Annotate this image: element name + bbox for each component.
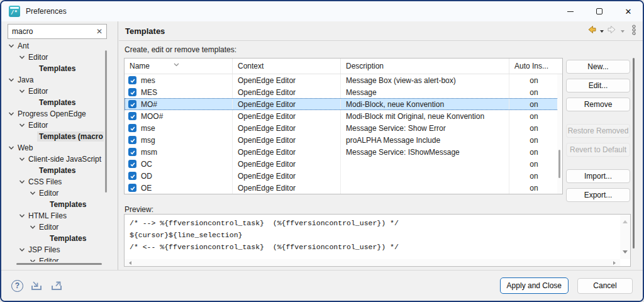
- back-arrow-icon[interactable]: [586, 25, 597, 37]
- clear-search-icon[interactable]: ✕: [96, 27, 103, 36]
- chevron-down-icon[interactable]: [17, 122, 26, 128]
- close-button[interactable]: ✕: [614, 1, 643, 21]
- filter-searchbox[interactable]: ✕: [8, 24, 107, 39]
- chevron-down-icon[interactable]: [17, 213, 26, 219]
- tree-item[interactable]: Java: [1, 74, 104, 86]
- tree-item[interactable]: JSP Files: [1, 244, 104, 255]
- template-name: msm: [141, 148, 157, 157]
- tree-item[interactable]: Web: [1, 142, 104, 154]
- tree-item[interactable]: Editor: [1, 86, 104, 97]
- tree-item[interactable]: Templates: [1, 97, 104, 108]
- tree-vertical-scrollbar[interactable]: [105, 50, 107, 193]
- tree-item[interactable]: Progress OpenEdge: [1, 108, 104, 120]
- chevron-down-icon[interactable]: [6, 77, 16, 83]
- table-row[interactable]: mse OpenEdge Editor Message Service: Sho…: [125, 122, 562, 134]
- view-menu-icon[interactable]: [631, 25, 636, 38]
- table-row[interactable]: mes OpenEdge Editor Message Box (view-as…: [125, 74, 562, 86]
- chevron-down-icon[interactable]: [6, 43, 16, 49]
- chevron-down-icon[interactable]: [28, 258, 37, 262]
- table-row[interactable]: MOO# OpenEdge Editor Modi-Block mit Orig…: [125, 110, 562, 122]
- chevron-down-icon[interactable]: [17, 156, 26, 162]
- table-vertical-scrollbar[interactable]: [557, 74, 562, 194]
- forward-history-dropdown-icon[interactable]: [621, 30, 625, 35]
- tree-item-label: Ant: [16, 41, 31, 51]
- maximize-button[interactable]: [585, 1, 614, 21]
- action-button[interactable]: Export...: [566, 188, 630, 202]
- column-header-name[interactable]: Name: [125, 59, 233, 74]
- template-enabled-checkbox[interactable]: [128, 112, 136, 120]
- tree-item[interactable]: Ant: [1, 40, 104, 52]
- action-button[interactable]: New...: [566, 60, 630, 74]
- column-header-auto-insert[interactable]: Auto Ins...: [509, 59, 548, 74]
- table-row[interactable]: MO# OpenEdge Editor Modi-Block, neue Kon…: [125, 98, 562, 110]
- template-name: OC: [141, 160, 152, 169]
- tree-item[interactable]: Templates (macro: [1, 131, 104, 142]
- preview-horizontal-scrollbar[interactable]: [125, 259, 620, 266]
- table-row[interactable]: msm OpenEdge Editor Message Service: ISh…: [125, 146, 562, 158]
- chevron-down-icon[interactable]: [6, 111, 16, 117]
- preview-vertical-scrollbar[interactable]: [620, 215, 630, 259]
- scroll-up-icon[interactable]: [623, 218, 628, 223]
- import-preferences-icon[interactable]: [30, 280, 43, 291]
- template-enabled-checkbox[interactable]: [128, 148, 136, 156]
- minimize-button[interactable]: [556, 1, 585, 21]
- tree-item[interactable]: Templates: [1, 63, 104, 74]
- template-name: mse: [141, 124, 155, 133]
- column-header-description[interactable]: Description: [341, 59, 509, 74]
- template-enabled-checkbox[interactable]: [128, 136, 136, 144]
- template-enabled-checkbox[interactable]: [128, 124, 136, 132]
- scroll-right-icon[interactable]: [613, 261, 618, 265]
- column-header-context[interactable]: Context: [233, 59, 341, 74]
- scroll-down-icon[interactable]: [623, 250, 628, 256]
- help-icon[interactable]: ?: [11, 280, 23, 292]
- chevron-down-icon[interactable]: [17, 179, 26, 185]
- scroll-left-icon[interactable]: [127, 261, 131, 265]
- template-enabled-checkbox[interactable]: [128, 184, 136, 192]
- template-enabled-checkbox[interactable]: [128, 160, 136, 168]
- tree-item[interactable]: Editor: [1, 52, 104, 63]
- window-title: Preferences: [26, 7, 67, 16]
- chevron-down-icon[interactable]: [28, 224, 37, 230]
- apply-and-close-button[interactable]: Apply and Close: [500, 277, 569, 294]
- action-button[interactable]: Import...: [566, 169, 630, 183]
- tree-item[interactable]: Editor: [1, 221, 104, 233]
- tree-item[interactable]: Editor: [1, 187, 104, 199]
- forward-arrow-icon[interactable]: [607, 25, 618, 37]
- table-row[interactable]: OC OpenEdge Editor on: [125, 158, 562, 170]
- tree-horizontal-scrollbar[interactable]: [16, 263, 102, 265]
- back-history-dropdown-icon[interactable]: [600, 30, 604, 35]
- table-row[interactable]: OE OpenEdge Editor on: [125, 182, 562, 194]
- tree-item[interactable]: Templates: [1, 199, 104, 210]
- page-vertical-scrollbar[interactable]: [633, 58, 635, 249]
- tree-item[interactable]: Editor: [1, 255, 104, 262]
- preview-text[interactable]: /* --> %{ffversioncontrol_task} (%{ffver…: [125, 215, 620, 259]
- action-button[interactable]: Restore Removed: [566, 124, 630, 138]
- chevron-down-icon[interactable]: [6, 145, 16, 151]
- table-row[interactable]: OD OpenEdge Editor on: [125, 170, 562, 182]
- tree-item[interactable]: Templates: [1, 165, 104, 176]
- tree-item[interactable]: HTML Files: [1, 210, 104, 221]
- table-row[interactable]: MES OpenEdge Editor Message on: [125, 86, 562, 98]
- template-enabled-checkbox[interactable]: [128, 100, 136, 108]
- chevron-down-icon[interactable]: [17, 54, 26, 60]
- tree-item[interactable]: Editor: [1, 120, 104, 131]
- tree-item[interactable]: CSS Files: [1, 176, 104, 187]
- chevron-down-icon[interactable]: [17, 247, 26, 253]
- action-button[interactable]: Revert to Default: [566, 143, 630, 157]
- template-auto-insert: on: [509, 134, 558, 146]
- export-preferences-icon[interactable]: [50, 280, 64, 291]
- template-enabled-checkbox[interactable]: [128, 88, 136, 96]
- tree-item-label: Templates: [48, 233, 88, 243]
- template-enabled-checkbox[interactable]: [128, 172, 136, 180]
- search-input[interactable]: [12, 27, 96, 36]
- template-auto-insert: on: [509, 170, 558, 182]
- cancel-button[interactable]: Cancel: [577, 278, 633, 294]
- tree-item[interactable]: Templates: [1, 233, 104, 244]
- action-button[interactable]: Remove: [566, 98, 630, 111]
- template-enabled-checkbox[interactable]: [128, 76, 136, 84]
- table-row[interactable]: msg OpenEdge Editor proALPHA Message Inc…: [125, 134, 562, 146]
- tree-item[interactable]: Client-side JavaScript: [1, 154, 104, 165]
- chevron-down-icon[interactable]: [17, 88, 26, 94]
- action-button[interactable]: Edit...: [566, 79, 630, 92]
- chevron-down-icon[interactable]: [28, 190, 37, 196]
